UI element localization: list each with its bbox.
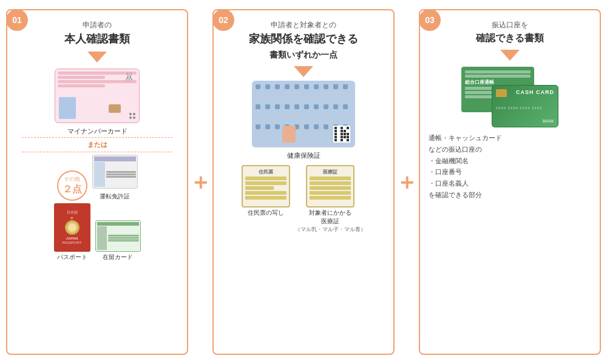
mata-wa-text: または: [87, 140, 107, 149]
hc-dot: [333, 104, 338, 109]
iryo-card-title: 医療証: [310, 169, 351, 175]
card-line: [58, 84, 105, 87]
section2-title-large2: 書類いずれか一点: [270, 49, 337, 61]
zc-line: [108, 237, 139, 238]
lc-line: [106, 171, 136, 173]
qr-dot: [341, 133, 343, 135]
license-col: 運転免許証: [92, 155, 138, 201]
passport-text2: 旅: [70, 216, 73, 220]
ic-line: [310, 177, 351, 180]
zc-line: [108, 240, 139, 241]
hc-dot: [265, 104, 270, 109]
qr-dot: [344, 136, 346, 138]
jc-line: [245, 191, 287, 195]
card-photo: [59, 97, 76, 119]
card-chip: [109, 104, 121, 113]
arrow-down-2: [294, 66, 313, 77]
pp-emblem: [65, 220, 80, 235]
section1-title-small: 申請者の: [83, 20, 112, 30]
qr-dot: [341, 139, 343, 141]
info-line-4: ・口座名義人: [429, 180, 469, 187]
cash-card: CASH CARD XXXX XXXX·XXXX XXXX BANK: [492, 85, 558, 127]
zc-lines: [108, 226, 139, 250]
section-2: 02 申請者と対象者との 家族関係を確認できる 書類いずれか一点: [212, 9, 395, 355]
iryo-card: 医療証: [306, 165, 354, 207]
ic-line: [310, 186, 351, 190]
ic-line: [310, 181, 351, 185]
ic-line: [310, 196, 351, 200]
qr-dot: [341, 127, 343, 129]
passport-text3: JAPAN: [66, 237, 78, 240]
cc-label: CASH CARD: [516, 89, 554, 95]
section-3: 03 振込口座を 確認できる書類 総合口座通帳 CASH CARD XXXX X…: [419, 9, 601, 355]
passport-text1: 日本国: [67, 210, 78, 215]
lc-line: [106, 176, 136, 178]
hc-dot: [265, 124, 270, 129]
zairyu-label: 在留カード: [103, 253, 133, 261]
jumin-card-title: 住民票: [245, 169, 287, 175]
health-card-label: 健康保険証: [287, 151, 320, 160]
qr-dot: [347, 130, 349, 132]
other-badge: その他 ２点: [57, 170, 87, 201]
dashed-divider2: [22, 152, 172, 152]
step-badge-2: 02: [212, 9, 234, 31]
hc-dot: [343, 84, 348, 89]
other-badge-num: ２点: [63, 183, 82, 196]
zc-line: [108, 238, 139, 240]
iryo-label-small: （マル乳・マル子・マル青）: [295, 226, 366, 234]
iryo-label: 対象者にかかる 医療証: [309, 209, 351, 226]
qr-dot: [334, 139, 337, 141]
step-badge-3: 03: [419, 9, 441, 31]
zairyu-card: [95, 220, 141, 252]
qr-dot: [344, 133, 346, 135]
info-line-2: ・金融機関名: [429, 157, 469, 164]
section2-title-small: 申請者と対象者との: [271, 20, 336, 30]
main-container: 01 申請者の 本人確認書類 🐰 マイナンバーカード または: [6, 9, 601, 355]
hc-qr: [333, 126, 350, 143]
qr-dot: [347, 139, 349, 141]
jumin-item: 住民票 住民票の写し: [242, 165, 290, 234]
hc-dot: [304, 124, 309, 129]
info-line-5: を確認できる部分: [429, 191, 482, 198]
card-line: [58, 72, 137, 75]
jumin-card: 住民票: [242, 165, 290, 207]
hc-dot: [275, 124, 280, 129]
section2-bottom-row: 住民票 住民票の写し 医療証 対: [220, 165, 387, 234]
hc-dot: [314, 124, 319, 129]
section2-title-large: 家族関係を確認できる: [249, 32, 358, 47]
hc-dot: [265, 84, 270, 89]
hc-dot: [324, 104, 328, 109]
health-insurance-card: [252, 81, 355, 147]
qr-dot: [334, 127, 337, 129]
section1-title-large: 本人確認書類: [64, 32, 130, 47]
jc-line: [245, 181, 287, 185]
hc-dot: [343, 104, 348, 109]
jc-line: [245, 196, 287, 200]
lc-body: [94, 162, 136, 187]
hc-dot: [275, 84, 280, 89]
lc-header: [94, 157, 136, 161]
hc-dot: [285, 84, 290, 89]
hc-dot: [294, 84, 299, 89]
lc-line: [106, 174, 136, 175]
lc-photo: [94, 162, 105, 187]
qr-dot: [334, 130, 337, 132]
zc-body: [97, 226, 139, 250]
qr-dot: [344, 130, 346, 132]
hc-dot: [285, 104, 290, 109]
passport-col: 日本国 旅 JAPAN PASSPORT パスポート: [54, 203, 90, 261]
zairyu-col: 在留カード: [95, 220, 141, 261]
other-badge-prefix: その他: [64, 175, 80, 183]
qr-dot: [337, 130, 340, 132]
arrow-down-1: [87, 52, 107, 62]
arrow-down-3: [500, 50, 520, 61]
hc-dot: [256, 84, 260, 89]
qr-dot: [347, 127, 349, 129]
hc-dot: [294, 104, 299, 109]
info-line-0: 通帳・キャッシュカード: [429, 134, 502, 141]
qr-dot: [347, 136, 349, 138]
section3-title-large: 確認できる書類: [476, 32, 544, 45]
qr-dot: [334, 133, 337, 135]
card-line: [58, 76, 105, 79]
hc-dot: [275, 104, 280, 109]
